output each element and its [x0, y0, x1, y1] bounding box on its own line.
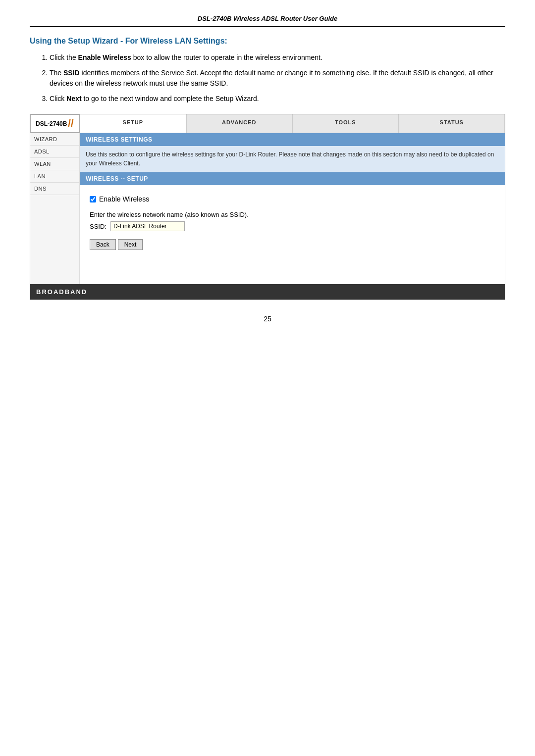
router-body: WIZARD ADSL WLAN LAN DNS WIRELESS SETTIN…: [30, 133, 505, 284]
bold-next: Next: [66, 95, 81, 102]
router-header: DSL-2740B // SETUP ADVANCED TOOLS STATUS: [30, 114, 505, 133]
section-title: Using the Setup Wizard - For Wireless LA…: [30, 37, 505, 46]
wireless-settings-header: WIRELESS SETTINGS: [80, 133, 505, 146]
sidebar-item-wlan[interactable]: WLAN: [30, 158, 79, 170]
tab-setup[interactable]: SETUP: [80, 114, 186, 133]
instructions: Click the Enable Wireless box to allow t…: [30, 52, 505, 104]
tab-advanced[interactable]: ADVANCED: [186, 114, 293, 133]
logo-text: DSL-2740B: [36, 120, 67, 127]
wireless-setup-header: WIRELESS -- SETUP: [80, 172, 505, 185]
enable-wireless-checkbox[interactable]: [90, 196, 96, 202]
tab-status[interactable]: STATUS: [399, 114, 505, 133]
ssid-description: Enter the wireless network name (also kn…: [90, 211, 495, 218]
ssid-label: SSID:: [90, 223, 107, 230]
tab-tools[interactable]: TOOLS: [292, 114, 399, 133]
bold-ssid: SSID: [63, 69, 80, 77]
router-logo: DSL-2740B //: [30, 114, 80, 133]
sidebar-item-wizard[interactable]: WIZARD: [30, 133, 79, 146]
enable-wireless-label: Enable Wireless: [99, 195, 149, 203]
nav-tabs: SETUP ADVANCED TOOLS STATUS: [80, 114, 505, 133]
instruction-3: Click Next to go to the next window and …: [50, 94, 505, 104]
router-ui: DSL-2740B // SETUP ADVANCED TOOLS STATUS…: [30, 114, 505, 300]
enable-wireless-row: Enable Wireless: [90, 195, 495, 203]
form-area: Enable Wireless Enter the wireless netwo…: [80, 185, 505, 284]
ssid-input[interactable]: [110, 221, 185, 231]
router-footer: BROADBAND: [30, 284, 505, 300]
page-number: 25: [30, 315, 505, 323]
button-row: Back Next: [90, 239, 495, 250]
sidebar: WIZARD ADSL WLAN LAN DNS: [30, 133, 80, 284]
content-area: WIRELESS SETTINGS Use this section to co…: [80, 133, 505, 284]
instruction-1: Click the Enable Wireless box to allow t…: [50, 52, 505, 63]
sidebar-item-lan[interactable]: LAN: [30, 170, 79, 183]
sidebar-item-dns[interactable]: DNS: [30, 183, 79, 195]
instruction-2: The SSID identifies members of the Servi…: [50, 68, 505, 89]
bold-enable-wireless: Enable Wireless: [78, 53, 131, 61]
wireless-settings-description: Use this section to configure the wirele…: [80, 146, 505, 172]
sidebar-item-adsl[interactable]: ADSL: [30, 146, 79, 158]
back-button[interactable]: Back: [90, 239, 116, 250]
slash-marks: //: [68, 118, 73, 129]
next-button[interactable]: Next: [118, 239, 143, 250]
doc-header: DSL-2740B Wireless ADSL Router User Guid…: [30, 15, 505, 27]
ssid-row: SSID:: [90, 221, 495, 231]
